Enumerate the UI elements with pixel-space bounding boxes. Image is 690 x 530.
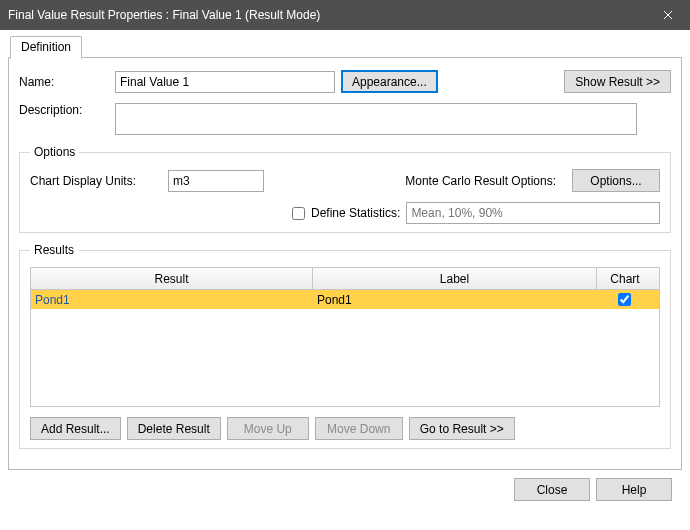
define-statistics-label: Define Statistics: (311, 206, 400, 220)
header-chart[interactable]: Chart (597, 268, 653, 289)
appearance-button[interactable]: Appearance... (341, 70, 438, 93)
results-header: Result Label Chart (31, 268, 659, 290)
client-area: Definition Name: Appearance... Show Resu… (0, 30, 690, 517)
go-to-result-button[interactable]: Go to Result >> (409, 417, 515, 440)
results-button-bar: Add Result... Delete Result Move Up Move… (30, 417, 660, 440)
title-bar: Final Value Result Properties : Final Va… (0, 0, 690, 30)
chart-units-label: Chart Display Units: (30, 174, 160, 188)
move-up-button[interactable]: Move Up (227, 417, 309, 440)
close-button[interactable]: Close (514, 478, 590, 501)
tab-definition[interactable]: Definition (10, 36, 82, 59)
header-result[interactable]: Result (31, 268, 313, 289)
define-statistics-checkbox[interactable] (292, 207, 305, 220)
cell-label[interactable]: Pond1 (313, 293, 597, 307)
close-icon[interactable] (645, 0, 690, 30)
results-body[interactable]: Pond1 Pond1 (31, 290, 659, 406)
add-result-button[interactable]: Add Result... (30, 417, 121, 440)
show-result-button[interactable]: Show Result >> (564, 70, 671, 93)
define-statistics-field[interactable] (406, 202, 660, 224)
name-field[interactable] (115, 71, 335, 93)
dialog-footer: Close Help (8, 470, 682, 509)
chart-checkbox[interactable] (618, 293, 631, 306)
header-label[interactable]: Label (313, 268, 597, 289)
help-button[interactable]: Help (596, 478, 672, 501)
tab-page-definition: Name: Appearance... Show Result >> Descr… (8, 57, 682, 470)
table-row[interactable]: Pond1 Pond1 (31, 290, 659, 309)
cell-chart[interactable] (597, 293, 653, 306)
window-title: Final Value Result Properties : Final Va… (8, 8, 320, 22)
cell-result[interactable]: Pond1 (31, 293, 313, 307)
description-field[interactable] (115, 103, 637, 135)
results-table: Result Label Chart Pond1 Pond1 (30, 267, 660, 407)
monte-carlo-options-button[interactable]: Options... (572, 169, 660, 192)
options-legend: Options (30, 145, 79, 159)
name-label: Name: (19, 75, 115, 89)
monte-carlo-label: Monte Carlo Result Options: (405, 174, 556, 188)
chart-units-field[interactable] (168, 170, 264, 192)
tab-strip: Definition (10, 36, 682, 58)
results-legend: Results (30, 243, 78, 257)
move-down-button[interactable]: Move Down (315, 417, 403, 440)
delete-result-button[interactable]: Delete Result (127, 417, 221, 440)
results-group: Results Result Label Chart Pond1 Pond1 (19, 243, 671, 449)
description-row: Description: (19, 103, 671, 135)
name-row: Name: Appearance... Show Result >> (19, 70, 671, 93)
options-group: Options Chart Display Units: Monte Carlo… (19, 145, 671, 233)
description-label: Description: (19, 103, 115, 117)
